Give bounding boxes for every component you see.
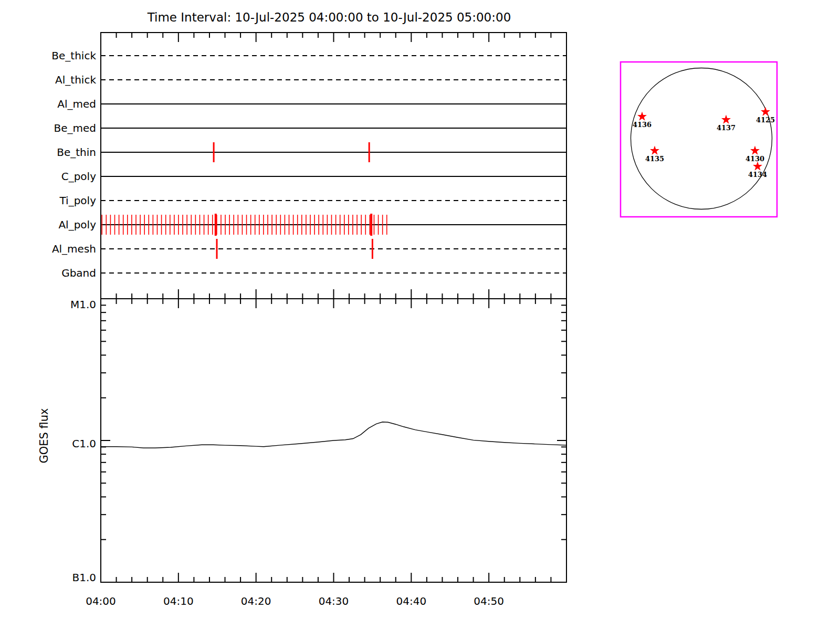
filter-row-label-Be_thick: Be_thick — [51, 49, 96, 62]
active-region-label-4125: 4125 — [756, 116, 775, 124]
filter-row-label-Al_med: Al_med — [57, 98, 96, 110]
active-region-star-4130 — [750, 146, 760, 155]
x-tick-label: 04:30 — [319, 595, 349, 607]
x-tick-label: 04:20 — [241, 595, 271, 607]
filter-row-label-Al_poly: Al_poly — [58, 218, 96, 231]
active-region-star-4134 — [753, 162, 762, 171]
plot-canvas: Time Interval: 10-Jul-2025 04:00:00 to 1… — [0, 0, 840, 630]
active-region-star-4136 — [637, 112, 647, 121]
x-tick-label: 04:50 — [474, 595, 504, 607]
filter-row-label-Be_thin: Be_thin — [57, 146, 96, 159]
goes-y-tick-label: M1.0 — [70, 298, 96, 311]
x-tick-label: 04:10 — [163, 595, 194, 607]
active-region-star-4125 — [761, 107, 770, 116]
filter-row-label-C_poly: C_poly — [61, 170, 96, 183]
goes-y-tick-label: B1.0 — [72, 571, 96, 584]
chart-render-root: Be_thickAl_thickAl_medBe_medBe_thinC_pol… — [51, 33, 777, 607]
x-tick-label: 04:00 — [86, 595, 116, 607]
goes-y-axis-title: GOES flux — [38, 408, 50, 463]
solar-limb-circle — [631, 68, 772, 209]
active-region-label-4136: 4136 — [633, 121, 652, 129]
active-region-star-4137 — [721, 115, 731, 124]
sun-map-box — [621, 62, 777, 217]
filter-row-label-Al_thick: Al_thick — [55, 74, 96, 86]
filter-panel-frame — [101, 33, 566, 299]
filter-row-label-Gband: Gband — [61, 267, 96, 279]
filter-row-label-Al_mesh: Al_mesh — [52, 243, 96, 255]
filter-row-label-Be_med: Be_med — [54, 122, 96, 134]
active-region-label-4134: 4134 — [748, 171, 767, 178]
active-region-label-4137: 4137 — [717, 124, 736, 132]
goes-y-tick-label: C1.0 — [72, 437, 96, 450]
active-region-label-4135: 4135 — [645, 155, 664, 163]
active-region-label-4130: 4130 — [746, 155, 764, 163]
filter-row-label-Ti_poly: Ti_poly — [59, 194, 97, 207]
active-region-star-4135 — [650, 146, 659, 155]
chart-title: Time Interval: 10-Jul-2025 04:00:00 to 1… — [147, 10, 511, 24]
goes-flux-curve — [101, 422, 566, 448]
x-tick-label: 04:40 — [396, 595, 427, 607]
xrt-planning-screenshot: Time Interval: 10-Jul-2025 04:00:00 to 1… — [0, 0, 840, 630]
